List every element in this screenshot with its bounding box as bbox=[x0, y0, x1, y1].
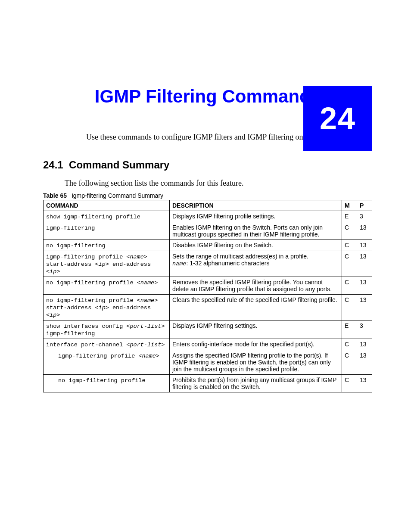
cell-m: E bbox=[342, 320, 357, 339]
cell-m: E bbox=[342, 211, 357, 222]
cell-command: no igmp-filtering profile <name> bbox=[44, 277, 170, 295]
cell-p: 13 bbox=[357, 375, 372, 392]
cell-command: no igmp-filtering bbox=[44, 240, 170, 251]
cell-command: no igmp-filtering profile <name> start-a… bbox=[44, 295, 170, 320]
table-header-row: COMMAND DESCRIPTION M P bbox=[44, 200, 372, 211]
header-p: P bbox=[357, 200, 372, 211]
command-summary-table: COMMAND DESCRIPTION M P show igmp-filter… bbox=[43, 200, 372, 392]
table-row: no igmp-filtering profile <name> start-a… bbox=[44, 295, 372, 320]
cell-p: 13 bbox=[357, 277, 372, 295]
header-command: COMMAND bbox=[44, 200, 170, 211]
table-row: show igmp-filtering profileDisplays IGMP… bbox=[44, 211, 372, 222]
table-row: no igmp-filtering profile <name>Removes … bbox=[44, 277, 372, 295]
table-row: igmp-filtering profile <name> start-addr… bbox=[44, 251, 372, 277]
cell-description: Enters config-interface mode for the spe… bbox=[170, 339, 342, 350]
table-row: no igmp-filteringDisables IGMP filtering… bbox=[44, 240, 372, 251]
header-m: M bbox=[342, 200, 357, 211]
cell-description: Disables IGMP filtering on the Switch. bbox=[170, 240, 342, 251]
cell-command: show igmp-filtering profile bbox=[44, 211, 170, 222]
cell-p: 13 bbox=[357, 240, 372, 251]
table-row: show interfaces config <port-list> igmp-… bbox=[44, 320, 372, 339]
cell-command: no igmp-filtering profile bbox=[44, 375, 170, 392]
table-caption-text: igmp-filtering Command Summary bbox=[72, 192, 163, 199]
table-row: interface port-channel <port-list>Enters… bbox=[44, 339, 372, 350]
cell-m: C bbox=[342, 375, 357, 392]
cell-command: igmp-filtering profile <name> start-addr… bbox=[44, 251, 170, 277]
cell-p: 13 bbox=[357, 295, 372, 320]
table-label: Table 65 bbox=[43, 192, 67, 199]
cell-description: Displays IGMP filtering settings. bbox=[170, 320, 342, 339]
cell-p: 13 bbox=[357, 339, 372, 350]
cell-description: Assigns the specified IGMP filtering pro… bbox=[170, 350, 342, 375]
cell-m: C bbox=[342, 251, 357, 277]
section-title: Command Summary bbox=[69, 159, 169, 171]
cell-m: C bbox=[342, 339, 357, 350]
table-caption: Table 65 igmp-filtering Command Summary bbox=[43, 192, 372, 199]
cell-description: Enables IGMP filtering on the Switch. Po… bbox=[170, 222, 342, 240]
cell-description: Sets the range of multicast address(es) … bbox=[170, 251, 342, 277]
cell-m: C bbox=[342, 277, 357, 295]
cell-command: igmp-filtering bbox=[44, 222, 170, 240]
cell-p: 13 bbox=[357, 222, 372, 240]
cell-m: C bbox=[342, 240, 357, 251]
cell-description: Displays IGMP filtering profile settings… bbox=[170, 211, 342, 222]
table-row: igmp-filtering profile <name>Assigns the… bbox=[44, 350, 372, 375]
section-text: The following section lists the commands… bbox=[65, 179, 372, 188]
cell-p: 3 bbox=[357, 320, 372, 339]
cell-p: 3 bbox=[357, 211, 372, 222]
cell-m: C bbox=[342, 295, 357, 320]
section-heading: 24.1 Command Summary bbox=[43, 159, 372, 171]
cell-p: 13 bbox=[357, 251, 372, 277]
table-row: no igmp-filtering profileProhibits the p… bbox=[44, 375, 372, 392]
cell-description: Removes the specified IGMP filtering pro… bbox=[170, 277, 342, 295]
table-row: igmp-filteringEnables IGMP filtering on … bbox=[44, 222, 372, 240]
cell-p: 13 bbox=[357, 350, 372, 375]
cell-command: show interfaces config <port-list> igmp-… bbox=[44, 320, 170, 339]
cell-command: interface port-channel <port-list> bbox=[44, 339, 170, 350]
cell-m: C bbox=[342, 350, 357, 375]
header-description: DESCRIPTION bbox=[170, 200, 342, 211]
cell-command: igmp-filtering profile <name> bbox=[44, 350, 170, 375]
cell-m: C bbox=[342, 222, 357, 240]
chapter-number: 24 bbox=[320, 101, 356, 136]
cell-description: Clears the specified rule of the specifi… bbox=[170, 295, 342, 320]
cell-description: Prohibits the port(s) from joining any m… bbox=[170, 375, 342, 392]
chapter-number-box: 24 bbox=[303, 86, 372, 151]
section-number: 24.1 bbox=[43, 159, 63, 171]
